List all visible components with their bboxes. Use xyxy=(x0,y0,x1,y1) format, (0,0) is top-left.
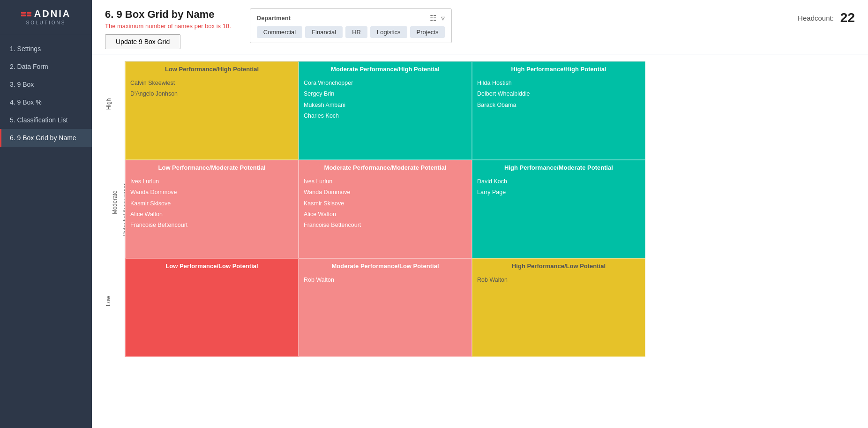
main-content: 6. 9 Box Grid by Name The maximum number… xyxy=(92,0,868,428)
funnel-filter-icon[interactable]: ▿ xyxy=(441,14,445,23)
headcount-label: Headcount: xyxy=(798,14,834,22)
grid-cell-low-high: Low Performance/High PotentialCalvin Ske… xyxy=(125,61,299,160)
cell-person-name: Calvin Skeewlest xyxy=(130,78,293,88)
header-area: 6. 9 Box Grid by Name The maximum number… xyxy=(92,0,868,54)
nine-box-grid: Low Performance/High PotentialCalvin Ske… xyxy=(125,61,645,357)
grid-cell-mod-high: Moderate Performance/High PotentialCora … xyxy=(299,61,472,160)
grid-cell-mod-low: Moderate Performance/Low PotentialRob Wa… xyxy=(299,258,472,357)
cell-title-low-low: Low Performance/Low Potential xyxy=(126,259,298,272)
filter-chips: CommercialFinancialHRLogisticsProjects xyxy=(257,26,445,38)
cell-person-name: Barack Obama xyxy=(477,100,640,110)
cell-person-name: Mukesh Ambani xyxy=(304,100,467,110)
grid-cell-high-low: High Performance/Low PotentialRob Walton xyxy=(472,258,645,357)
sidebar-item[interactable]: 6. 9 Box Grid by Name xyxy=(0,129,92,147)
logo-name: ADNIA xyxy=(34,8,71,19)
logo-bars xyxy=(21,12,31,16)
logo-sub: SOLUTIONS xyxy=(5,20,87,25)
cell-title-low-high: Low Performance/High Potential xyxy=(126,62,298,75)
logo-area: ADNIA SOLUTIONS xyxy=(0,0,92,34)
title-section: 6. 9 Box Grid by Name The maximum number… xyxy=(105,8,231,49)
cell-title-high-mod: High Performance/Moderate Potential xyxy=(472,160,645,174)
list-filter-icon[interactable]: ☷ xyxy=(430,14,436,23)
cell-person-name: Ives Lurlun xyxy=(130,177,293,187)
sidebar: ADNIA SOLUTIONS 1. Settings2. Data Form3… xyxy=(0,0,92,428)
cell-person-name: Wanda Dommove xyxy=(304,188,467,197)
logo-icon: ADNIA xyxy=(5,8,87,19)
cell-person-name: Wanda Dommove xyxy=(130,188,293,197)
cell-person-name: Rob Walton xyxy=(477,275,640,285)
filter-label: Department xyxy=(257,15,291,22)
cell-person-name: Sergey Brin xyxy=(304,89,467,99)
filter-chip[interactable]: Commercial xyxy=(257,26,302,38)
cell-title-mod-high: Moderate Performance/High Potential xyxy=(299,62,471,75)
filter-chip[interactable]: Financial xyxy=(305,26,343,38)
row-label-high: High xyxy=(105,98,112,110)
row-label-low: Low xyxy=(105,296,112,306)
nav-list: 1. Settings2. Data Form3. 9 Box4. 9 Box … xyxy=(0,40,92,147)
grid-cell-mod-mod: Moderate Performance/Moderate PotentialI… xyxy=(299,160,472,258)
sidebar-item[interactable]: 1. Settings xyxy=(0,40,92,58)
headcount-area: Headcount: 22 xyxy=(798,8,855,25)
headcount-value: 22 xyxy=(840,10,855,25)
cell-person-name: Alice Walton xyxy=(304,210,467,219)
cell-person-name: Francoise Bettencourt xyxy=(304,220,467,230)
grid-cell-low-low: Low Performance/Low Potential xyxy=(125,258,299,357)
cell-person-name: David Koch xyxy=(477,177,640,187)
row-label-moderate: Moderate xyxy=(112,191,118,215)
cell-person-name: Delbert Whealbiddle xyxy=(477,89,640,99)
filter-icons: ☷ ▿ xyxy=(430,14,445,23)
cell-person-name: Larry Page xyxy=(477,188,640,197)
sidebar-item[interactable]: 4. 9 Box % xyxy=(0,93,92,111)
sidebar-item[interactable]: 2. Data Form xyxy=(0,58,92,75)
cell-person-name: Alice Walton xyxy=(130,210,293,219)
cell-person-name: Rob Walton xyxy=(304,275,467,285)
cell-person-name: Charles Koch xyxy=(304,111,467,121)
cell-title-high-low: High Performance/Low Potential xyxy=(472,259,645,272)
grid-cell-high-high: High Performance/High PotentialHilda Hos… xyxy=(472,61,645,160)
cell-person-name: Hilda Hostish xyxy=(477,78,640,88)
cell-title-mod-low: Moderate Performance/Low Potential xyxy=(299,259,471,272)
cell-title-high-high: High Performance/High Potential xyxy=(472,62,645,75)
grid-cell-high-mod: High Performance/Moderate PotentialDavid… xyxy=(472,160,645,258)
cell-title-low-mod: Low Performance/Moderate Potential xyxy=(126,160,298,174)
cell-person-name: Francoise Bettencourt xyxy=(130,220,293,230)
filter-chip[interactable]: Projects xyxy=(410,26,445,38)
cell-person-name: Kasmir Skisove xyxy=(130,199,293,209)
sidebar-item[interactable]: 5. Classification List xyxy=(0,111,92,129)
cell-title-mod-mod: Moderate Performance/Moderate Potential xyxy=(299,160,471,174)
grid-cell-low-mod: Low Performance/Moderate PotentialIves L… xyxy=(125,160,299,258)
cell-person-name: Cora Wronchopper xyxy=(304,78,467,88)
subtitle: The maximum number of names per box is 1… xyxy=(105,23,231,30)
page-title: 6. 9 Box Grid by Name xyxy=(105,8,231,21)
cell-person-name: Ives Lurlun xyxy=(304,177,467,187)
update-button[interactable]: Update 9 Box Grid xyxy=(105,34,180,49)
cell-person-name: D'Angelo Jonhson xyxy=(130,89,293,99)
cell-person-name: Kasmir Skisove xyxy=(304,199,467,209)
filter-section: Department ☷ ▿ CommercialFinancialHRLogi… xyxy=(250,8,452,43)
filter-header: Department ☷ ▿ xyxy=(257,14,445,23)
filter-chip[interactable]: Logistics xyxy=(370,26,407,38)
filter-chip[interactable]: HR xyxy=(345,26,367,38)
sidebar-item[interactable]: 3. 9 Box xyxy=(0,75,92,93)
